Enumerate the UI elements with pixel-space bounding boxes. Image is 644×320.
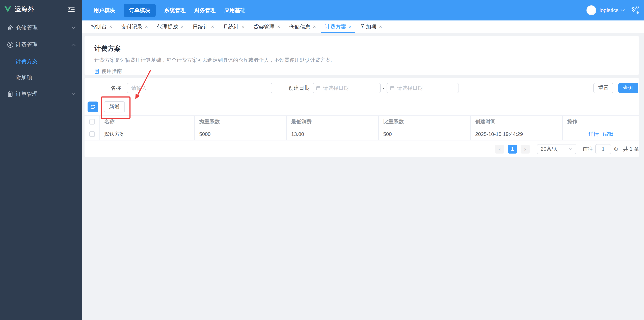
cell-specific-weight: 500 (379, 128, 471, 140)
module-system[interactable]: 系统管理 (164, 7, 186, 14)
tab-shelf-management[interactable]: 货架管理 × (249, 21, 284, 33)
sidebar: 运海外 (0, 0, 82, 320)
cell-created-time: 2025-10-15 19:44:29 (471, 128, 563, 140)
calendar-icon (316, 86, 320, 91)
select-all-checkbox-cell (84, 116, 100, 128)
brand-logo-icon (4, 6, 11, 12)
close-icon[interactable]: × (242, 24, 244, 29)
add-button[interactable]: 新增 (104, 101, 125, 112)
sidebar-item-billing-plan[interactable]: 计费方案 (0, 53, 82, 70)
table-header-row: 名称 抛重系数 最低消费 比重系数 创建时间 操作 (84, 116, 639, 128)
date-range-separator: - (383, 85, 384, 91)
row-checkbox[interactable] (90, 131, 95, 137)
search-button[interactable]: 查询 (618, 83, 638, 93)
tab-addons[interactable]: 附加项 × (356, 21, 386, 33)
brand-name: 运海外 (15, 5, 34, 14)
date-end-input[interactable] (397, 85, 455, 91)
billing-plan-panel: 名称 创建日期 - (84, 78, 639, 157)
sidebar-item-warehouse-management[interactable]: 仓储管理 (0, 19, 82, 36)
close-icon[interactable]: × (349, 24, 352, 29)
close-icon[interactable]: × (211, 24, 214, 29)
close-icon[interactable]: × (277, 24, 280, 29)
calendar-icon (390, 86, 394, 91)
column-header-throw-weight: 抛重系数 (195, 116, 287, 128)
close-icon[interactable]: × (313, 24, 316, 29)
close-icon[interactable]: × (109, 24, 112, 29)
module-order[interactable]: 订单模块 (124, 4, 156, 17)
date-start-input[interactable] (323, 85, 377, 91)
date-end-picker[interactable] (386, 83, 459, 93)
page-description: 计费方案是运输费用计算基础，每个计费方案可以绑定到具体的仓库或者个人，不设置使用… (94, 57, 629, 64)
warehouse-icon (7, 25, 14, 31)
name-filter-label: 名称 (110, 84, 121, 92)
filter-bar: 名称 创建日期 - (84, 78, 639, 98)
sidebar-item-label: 仓储管理 (16, 24, 38, 31)
clipboard-icon (7, 91, 14, 97)
tab-bar: 控制台 × 支付记录 × 代理提成 × 日统计 × 月统计 × 货架管理 × 仓… (82, 21, 644, 33)
chevron-down-icon[interactable] (620, 9, 624, 12)
tab-daily-stats[interactable]: 日统计 × (188, 21, 218, 33)
goto-page-label: 前往 (582, 146, 593, 153)
chevron-up-icon (72, 44, 76, 46)
module-app-base[interactable]: 应用基础 (224, 7, 246, 14)
page-unit-label: 页 (614, 146, 619, 153)
close-icon[interactable]: × (145, 24, 148, 29)
tab-monthly-stats[interactable]: 月统计 × (218, 21, 249, 33)
page-size-select[interactable]: 20条/页 (537, 144, 576, 154)
guide-doc-icon (94, 69, 99, 74)
reset-button[interactable]: 重置 (593, 83, 613, 93)
module-nav: 用户模块 订单模块 系统管理 财务管理 应用基础 (82, 4, 246, 17)
filter-actions: 重置 查询 (593, 83, 638, 93)
page-number-button[interactable]: 1 (508, 145, 517, 154)
page-size-value: 20条/页 (541, 146, 558, 153)
content-area: 计费方案 计费方案是运输费用计算基础，每个计费方案可以绑定到具体的仓库或者个人，… (82, 33, 644, 320)
billing-plan-table: 名称 抛重系数 最低消费 比重系数 创建时间 操作 默认方案 5000 13.0… (84, 115, 639, 140)
column-header-min-charge: 最低消费 (286, 116, 379, 128)
page-title: 计费方案 (94, 44, 629, 53)
column-header-specific-weight: 比重系数 (379, 116, 471, 128)
prev-page-button[interactable]: ‹ (495, 145, 504, 154)
select-all-checkbox[interactable] (90, 119, 95, 125)
sidebar-item-addons[interactable]: 附加项 (0, 70, 82, 86)
tab-console[interactable]: 控制台 × (86, 21, 116, 33)
module-user[interactable]: 用户模块 (94, 7, 115, 14)
total-count-label: 共 1 条 (623, 146, 639, 153)
name-filter-input[interactable] (127, 83, 272, 93)
next-page-button[interactable]: › (520, 145, 530, 154)
detail-link[interactable]: 详情 (588, 131, 599, 138)
refresh-button[interactable] (88, 102, 98, 112)
topbar: 用户模块 订单模块 系统管理 财务管理 应用基础 logistics ⚙ ⚙ ⚙ (82, 0, 644, 21)
usage-guide-link[interactable]: 使用指南 (94, 68, 629, 75)
sidebar-item-label: 计费管理 (16, 41, 38, 49)
pagination: ‹ 1 › 20条/页 前往 页 共 1 条 (84, 140, 639, 154)
usage-guide-label: 使用指南 (102, 68, 122, 75)
tab-billing-plan[interactable]: 计费方案 × (320, 21, 356, 33)
sidebar-item-label: 订单管理 (16, 90, 38, 98)
goto-page-input[interactable] (595, 144, 611, 154)
app-window: 运海外 (0, 0, 644, 320)
edit-link[interactable]: 编辑 (603, 131, 613, 138)
column-header-name: 名称 (100, 116, 195, 128)
avatar[interactable] (586, 5, 596, 15)
sidebar-item-order-management[interactable]: 订单管理 (0, 85, 82, 103)
sidebar-item-billing-management[interactable]: 计费管理 (0, 36, 82, 53)
column-header-actions: 操作 (563, 116, 639, 128)
tab-payment-records[interactable]: 支付记录 × (116, 21, 152, 33)
close-icon[interactable]: × (379, 24, 382, 29)
chevron-down-icon (569, 148, 572, 150)
chevron-down-icon (72, 26, 76, 29)
module-finance[interactable]: 财务管理 (194, 7, 216, 14)
cell-throw-weight: 5000 (195, 128, 287, 140)
cell-name: 默认方案 (100, 128, 195, 140)
table-row: 默认方案 5000 13.00 500 2025-10-15 19:44:29 … (84, 128, 639, 140)
page-header-card: 计费方案 计费方案是运输费用计算基础，每个计费方案可以绑定到具体的仓库或者个人，… (84, 36, 639, 75)
column-header-created-time: 创建时间 (471, 116, 563, 128)
tab-agent-commission[interactable]: 代理提成 × (152, 21, 188, 33)
settings-gear-icon[interactable]: ⚙ ⚙ ⚙ (631, 6, 639, 15)
sidebar-collapse-icon[interactable] (68, 6, 75, 12)
username[interactable]: logistics (600, 7, 618, 14)
table-toolbar: 新增 (84, 98, 639, 115)
date-start-picker[interactable] (312, 83, 381, 93)
tab-warehouse-info[interactable]: 仓储信息 × (284, 21, 320, 33)
close-icon[interactable]: × (180, 24, 184, 29)
